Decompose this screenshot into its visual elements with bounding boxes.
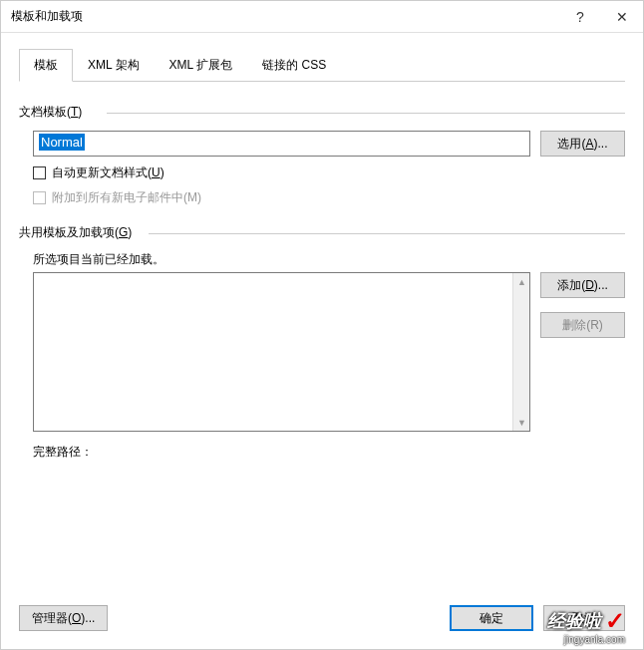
addins-list-row: ▲ ▼ 添加(D)... 删除(R) (33, 272, 625, 432)
help-button[interactable]: ? (559, 1, 601, 33)
label-text: 添加( (557, 277, 585, 294)
dialog-content: 模板 XML 架构 XML 扩展包 链接的 CSS 文档模板(T) Normal… (1, 33, 643, 599)
auto-update-checkbox[interactable] (33, 166, 46, 179)
template-input-value: Normal (39, 134, 85, 151)
label-text: ) (78, 105, 82, 119)
close-button[interactable]: ✕ (601, 1, 643, 33)
template-input-row: Normal 选用(A)... (33, 131, 625, 157)
scroll-up-arrow[interactable]: ▲ (513, 273, 530, 290)
tab-templates[interactable]: 模板 (19, 49, 73, 82)
label-text: )... (81, 611, 95, 625)
label-text: ) (128, 225, 132, 239)
tab-strip: 模板 XML 架构 XML 扩展包 链接的 CSS (19, 49, 625, 82)
titlebar: 模板和加载项 ? ✕ (1, 1, 643, 33)
label-text: )... (594, 137, 608, 151)
attach-email-label: 附加到所有新电子邮件中(M) (52, 189, 201, 206)
label-text: 选用( (557, 136, 585, 153)
label-text: 自动更新文档样式( (52, 165, 152, 179)
addin-buttons: 添加(D)... 删除(R) (540, 272, 625, 432)
access-key: D (585, 278, 594, 292)
cancel-button[interactable]: 取消 (543, 605, 625, 631)
doc-template-section-title: 文档模板(T) (19, 104, 625, 121)
auto-update-checkbox-row[interactable]: 自动更新文档样式(U) (33, 164, 625, 181)
tab-xml-schema[interactable]: XML 架构 (73, 49, 155, 82)
access-key: A (585, 137, 593, 151)
attach-email-checkbox (33, 191, 46, 204)
fullpath-label: 完整路径： (33, 444, 625, 461)
label-text: ) (161, 165, 164, 179)
auto-update-label: 自动更新文档样式(U) (52, 164, 164, 181)
access-key: G (119, 225, 128, 239)
listbox-scrollbar[interactable]: ▲ ▼ (512, 273, 529, 431)
label-text: 管理器( (32, 610, 72, 627)
label-text: 共用模板及加载项( (19, 225, 119, 239)
label-text: 文档模板( (19, 105, 71, 119)
attach-email-checkbox-row: 附加到所有新电子邮件中(M) (33, 189, 625, 206)
scroll-down-arrow[interactable]: ▼ (513, 414, 530, 431)
ok-button[interactable]: 确定 (450, 605, 533, 631)
remove-addin-button: 删除(R) (540, 312, 625, 338)
manager-button[interactable]: 管理器(O)... (19, 605, 108, 631)
dialog-footer: 管理器(O)... 确定 取消 (1, 599, 643, 649)
loaded-status-label: 所选项目当前已经加载。 (33, 251, 625, 268)
dialog-title: 模板和加载项 (11, 8, 559, 25)
shared-section-title: 共用模板及加载项(G) (19, 224, 625, 241)
select-template-button[interactable]: 选用(A)... (540, 131, 625, 157)
shared-templates-section: 共用模板及加载项(G) 所选项目当前已经加载。 ▲ ▼ 添加(D)... 删除(… (19, 224, 625, 461)
access-key: O (72, 611, 81, 625)
label-text: )... (594, 278, 608, 292)
addins-listbox[interactable]: ▲ ▼ (33, 272, 530, 432)
tab-linked-css[interactable]: 链接的 CSS (247, 49, 341, 82)
tab-xml-expansion[interactable]: XML 扩展包 (155, 49, 248, 82)
access-key: U (152, 165, 161, 179)
add-addin-button[interactable]: 添加(D)... (540, 272, 625, 298)
document-template-input[interactable]: Normal (33, 131, 530, 157)
